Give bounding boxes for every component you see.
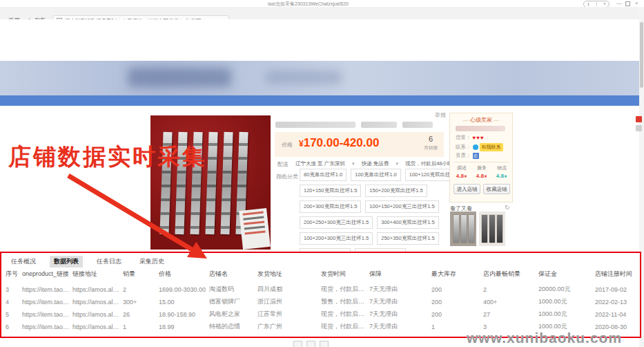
sku-label: 颜色分类 <box>276 173 298 180</box>
report-link[interactable]: 举报 <box>435 111 446 119</box>
price-label: 价格 <box>282 141 293 149</box>
delivery-row: 辽宁大连 至 广东深圳 ▼ 快递 免运费 ▼ 现货，付款后48小时内发货 <box>295 160 468 167</box>
overlay-headline: 店铺数据实时采集 <box>8 142 207 173</box>
col-header: 保障 <box>369 270 431 279</box>
cell-shop: 德富锁牌厂 <box>209 297 257 306</box>
cell-shop-best: 2 <box>483 286 538 293</box>
blurred-product-title <box>402 122 433 128</box>
delivery-label: 配送 <box>277 160 289 168</box>
cell-img-link[interactable]: https://amos.alicdn.co... <box>72 323 123 330</box>
cell-deposit: 20000.00元 <box>538 285 595 294</box>
chevron-down-icon: ▼ <box>351 162 355 166</box>
seller-contact-row: 联系： 和我联系 <box>456 143 503 151</box>
cell-sales: 2 <box>123 286 159 293</box>
sku-option[interactable]: 150+200克双出挂环1.5 <box>365 185 427 197</box>
sku-option[interactable]: 100克单出挂环1.0 <box>351 169 400 181</box>
cell-reg-time: 2022-11-04 <box>595 311 641 318</box>
cell-no: 4 <box>6 299 22 306</box>
cell-max-stock: 1 <box>431 323 483 330</box>
cell-sales: 26 <box>123 311 159 318</box>
sku-option[interactable]: 100+150+200克三出挂环1.5 <box>365 200 438 213</box>
cell-guarantee: 7天无理由 <box>369 322 431 331</box>
close-icon[interactable]: × <box>635 0 638 7</box>
sku-option[interactable]: 300+400克双出挂环1.5 <box>377 216 438 229</box>
col-header: 序号 <box>6 270 22 279</box>
cell-guarantee: 7天无理由 <box>369 285 431 294</box>
seller-panel: — 心级卖家 — 信誉： ♥♥♥ 联系： 和我联系 资质： 企 描述 4.8★ … <box>449 113 513 203</box>
scrollbar-thumb[interactable] <box>640 22 643 88</box>
wangwang-icon[interactable] <box>473 144 478 150</box>
cell-item-link[interactable]: https://item.taobao.co... <box>22 323 72 330</box>
minimize-icon[interactable]: — <box>616 0 622 7</box>
star-icon: ★ <box>504 174 507 178</box>
currency-symbol: ¥ <box>299 139 304 149</box>
cell-price: 1699.00-3030.00 <box>159 286 209 293</box>
cell-no: 3 <box>6 286 22 293</box>
sidebar-top-icon[interactable] <box>636 125 642 131</box>
pagination-button[interactable] <box>320 341 329 347</box>
cell-shop: 特格的恋情 <box>209 322 257 331</box>
col-header: 保证金 <box>538 270 595 279</box>
enter-shop-button[interactable]: 进入店铺 <box>453 184 480 194</box>
sku-row: 100+200+300克三出挂环1.5 250+350克双出挂环1.5 <box>300 232 439 245</box>
cell-no: 7 <box>6 336 22 339</box>
contact-me-badge[interactable]: 和我联系 <box>480 143 503 151</box>
sku-option[interactable]: 100+200+300克三出挂环1.5 <box>300 232 373 245</box>
cell-img-link[interactable]: https://amos.alicdn.co... <box>72 286 123 293</box>
cell-reg-time: 2020-08-30 <box>595 323 641 330</box>
cell-item-link[interactable]: https://item.taobao.co... <box>22 311 72 318</box>
sku-row: 200+300克双出挂环1.5 100+150+200克三出挂环1.5 <box>300 200 439 213</box>
tab-task-overview[interactable]: 任务概况 <box>7 256 40 268</box>
cell-shop-best: 3 <box>483 323 538 330</box>
col-header: 发货地址 <box>257 270 321 279</box>
month-sales-label: 月销量 <box>420 144 442 151</box>
cell-price: 15.00 <box>159 299 209 306</box>
maximize-icon[interactable] <box>625 1 630 6</box>
cell-img-link[interactable]: https://amos.alicdn.co... <box>72 311 123 318</box>
sku-option[interactable]: 80克单出挂环1.0 <box>300 169 347 181</box>
enterprise-cert-icon[interactable]: 企 <box>473 153 479 159</box>
col-header: 发货时间 <box>321 270 369 279</box>
cell-max-stock: 200 <box>431 286 483 293</box>
product-image-label-paper <box>239 208 271 250</box>
blurred-seller-name <box>456 126 505 131</box>
rating-service: 服务 4.8★ <box>471 165 492 179</box>
screen: last充值采集230313WeChatzxjust520 1 ? — × ‹返… <box>0 0 644 347</box>
cell-item-link[interactable]: https://item.taobao.co... <box>22 286 72 293</box>
pagination-button[interactable] <box>293 341 302 347</box>
sku-option[interactable]: 200+250+300克三出挂环1.5 <box>300 216 373 229</box>
sku-option[interactable]: 250+350克双出挂环1.5 <box>377 232 438 245</box>
sku-row: 200+250+300克三出挂环1.5 300+400克双出挂环1.5 <box>300 216 439 229</box>
sku-option[interactable]: 120+150克双出挂环1.5 <box>300 185 361 197</box>
table-row: 3 https://item.taobao.co... https://amos… <box>1 283 640 295</box>
cell-item-link[interactable]: https://item.taobao.co... <box>22 336 72 339</box>
pagination-button[interactable] <box>306 341 315 347</box>
also-view-thumbnail[interactable] <box>479 212 505 246</box>
delivery-route[interactable]: 辽宁大连 至 广东深圳 <box>295 160 345 167</box>
rating-logistics: 物流 4.8★ <box>491 165 512 179</box>
cell-ship-from: 广东广州 <box>257 322 321 331</box>
seller-cert-row: 资质： 企 <box>456 152 479 159</box>
cell-no: 6 <box>6 323 22 330</box>
pagination-partial <box>293 341 329 347</box>
cell-deposit: 1000.00元 <box>538 310 595 319</box>
heart-icons: ♥♥♥ <box>473 135 485 141</box>
favorite-shop-button[interactable]: 收藏店铺 <box>483 184 510 194</box>
sidebar-flag-icon[interactable] <box>636 116 642 122</box>
badge-left[interactable]: 1 <box>587 2 589 6</box>
rating-describe: 描述 4.8★ <box>451 165 472 179</box>
store-banner <box>0 61 644 95</box>
browser-toolbar: ‹返回 ▶刷新 潜水艇形铅坠模具定制！全是现做，拍下立即发货！-淘宝网 <box>0 7 644 20</box>
also-view-thumbnail[interactable] <box>450 212 476 246</box>
cell-item-link[interactable]: https://item.taobao.co... <box>22 299 72 306</box>
refresh-icon[interactable]: ↻ <box>505 204 510 211</box>
badge-right[interactable]: ? <box>603 2 605 6</box>
blurred-store-logo <box>128 68 231 87</box>
seller-level: — 心级卖家 — <box>450 116 512 124</box>
express-option[interactable]: 快递 免运费 <box>362 160 389 167</box>
overlay-arrow-icon <box>59 171 224 275</box>
sku-option[interactable]: 200+300克双出挂环1.5 <box>300 200 361 213</box>
col-header: 店内最畅销量 <box>483 270 538 279</box>
cell-img-link[interactable]: https://amos.alicdn.co... <box>72 299 123 306</box>
cell-deposit: 1000.00元 <box>538 297 595 306</box>
